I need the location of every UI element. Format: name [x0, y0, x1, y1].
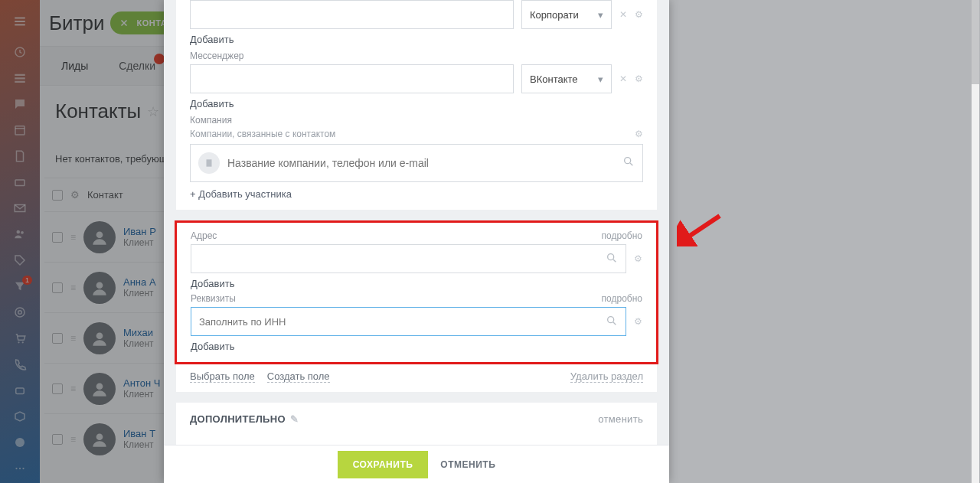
- address-details-link[interactable]: подробно: [602, 230, 642, 241]
- messenger-type-select[interactable]: ВКонтакте▾: [521, 64, 612, 93]
- requisites-text-input[interactable]: [199, 316, 606, 328]
- address-label: Адрес: [191, 230, 217, 241]
- delete-section-link[interactable]: Удалить раздел: [570, 370, 643, 383]
- contact-form-panel: Корпорати▾ ✕ ⚙ Добавить Мессенджер ВКонт…: [164, 0, 669, 483]
- gear-icon[interactable]: ⚙: [634, 316, 642, 327]
- add-address-link[interactable]: Добавить: [191, 278, 234, 289]
- extra-section-header: ДОПОЛНИТЕЛЬНО✎ отменить: [176, 403, 657, 436]
- pencil-icon[interactable]: ✎: [290, 413, 299, 425]
- add-phone-link[interactable]: Добавить: [190, 34, 234, 45]
- requisites-details-link[interactable]: подробно: [602, 293, 642, 304]
- remove-row-icon[interactable]: ✕: [619, 73, 627, 84]
- gear-icon[interactable]: ⚙: [635, 73, 643, 84]
- save-button[interactable]: СОХРАНИТЬ: [338, 451, 429, 478]
- phone-type-select[interactable]: Корпорати▾: [521, 0, 612, 29]
- create-field-link[interactable]: Создать поле: [267, 370, 330, 383]
- phone-input[interactable]: [190, 0, 514, 29]
- building-icon: [198, 152, 220, 174]
- highlighted-section: Адрес подробно ⚙ Добавить Реквизиты подр…: [175, 220, 658, 364]
- gear-icon[interactable]: ⚙: [635, 9, 643, 20]
- slideout-panel-wrap: Корпорати▾ ✕ ⚙ Добавить Мессенджер ВКонт…: [164, 0, 980, 483]
- svg-point-25: [608, 253, 614, 259]
- requisites-label: Реквизиты: [191, 293, 236, 304]
- svg-line-27: [683, 216, 720, 240]
- search-icon[interactable]: [606, 252, 618, 266]
- extra-title: ДОПОЛНИТЕЛЬНО: [190, 413, 286, 425]
- gear-icon[interactable]: ⚙: [634, 253, 642, 264]
- add-participant-link[interactable]: + Добавить участника: [190, 188, 292, 200]
- search-icon[interactable]: [622, 155, 635, 171]
- company-search-box[interactable]: [190, 144, 643, 182]
- chevron-down-icon: ▾: [598, 73, 603, 85]
- svg-rect-23: [207, 159, 212, 166]
- form-card-main: Корпорати▾ ✕ ⚙ Добавить Мессенджер ВКонт…: [176, 0, 657, 210]
- add-requisites-link[interactable]: Добавить: [191, 341, 234, 352]
- form-scroll-area[interactable]: Корпорати▾ ✕ ⚙ Добавить Мессенджер ВКонт…: [164, 0, 669, 445]
- search-icon[interactable]: [606, 315, 618, 329]
- form-card-extra: Тип контакта Клиенты ▾ ⚙: [176, 436, 657, 445]
- svg-point-24: [625, 158, 631, 164]
- chevron-down-icon: ▾: [598, 9, 603, 21]
- company-search-input[interactable]: [227, 157, 615, 169]
- gear-icon[interactable]: ⚙: [635, 129, 643, 139]
- company-label: Компания: [190, 115, 643, 126]
- scrollbar-thumb[interactable]: [972, 0, 979, 84]
- cancel-section-link[interactable]: отменить: [598, 413, 643, 425]
- annotation-arrow: [677, 213, 723, 246]
- cancel-button[interactable]: ОТМЕНИТЬ: [440, 459, 495, 470]
- messenger-label: Мессенджер: [190, 51, 643, 61]
- address-input[interactable]: [191, 244, 626, 273]
- add-messenger-link[interactable]: Добавить: [190, 98, 234, 109]
- annotation-space: [669, 0, 980, 483]
- panel-footer: СОХРАНИТЬ ОТМЕНИТЬ: [164, 445, 669, 483]
- remove-row-icon[interactable]: ✕: [619, 9, 627, 20]
- messenger-input[interactable]: [190, 64, 514, 93]
- form-card-main-tail: Выбрать поле Создать поле Удалить раздел: [176, 364, 657, 392]
- choose-field-link[interactable]: Выбрать поле: [190, 370, 255, 383]
- requisites-input[interactable]: [191, 307, 626, 336]
- svg-point-26: [608, 316, 614, 322]
- page-scrollbar[interactable]: [972, 0, 979, 483]
- company-associated-text: Компании, связанные с контактом: [190, 129, 335, 139]
